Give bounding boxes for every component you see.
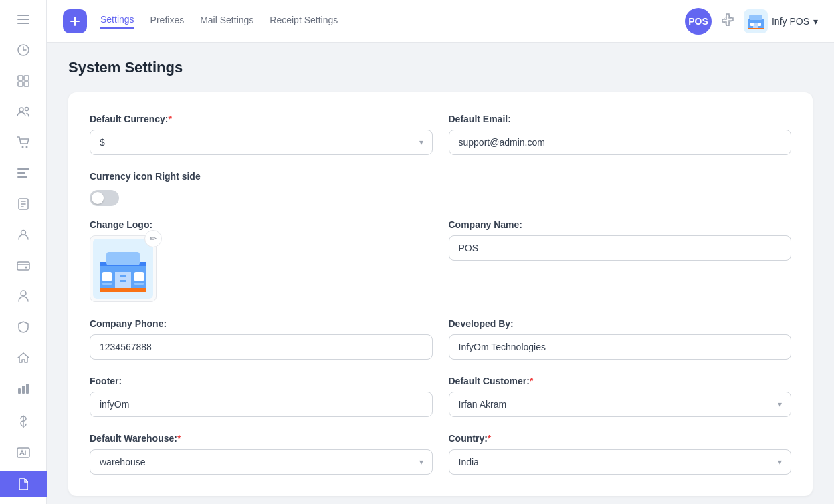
- company-name-label: Company Name:: [449, 219, 792, 230]
- email-label: Default Email:: [449, 114, 792, 124]
- warehouse-label: Default Warehouse:*: [90, 433, 433, 444]
- person-icon[interactable]: [11, 283, 36, 309]
- store-name: Infy POS: [772, 16, 809, 27]
- list-icon[interactable]: [11, 160, 36, 186]
- svg-rect-22: [26, 384, 29, 394]
- currency-select-wrapper: $ ▾: [90, 130, 433, 155]
- topbar-nav: Settings Prefixes Mail Settings Receipt …: [100, 14, 338, 29]
- warehouse-group: Default Warehouse:* warehouse ▾: [90, 433, 433, 475]
- wallet-icon[interactable]: [11, 253, 36, 278]
- settings-card: Default Currency:* $ ▾ Default Email:: [68, 92, 813, 496]
- file-active-icon[interactable]: [0, 471, 47, 497]
- svg-point-8: [19, 108, 23, 112]
- default-customer-select[interactable]: Irfan Akram: [449, 392, 792, 417]
- svg-rect-28: [749, 15, 762, 20]
- footer-label: Footer:: [90, 376, 433, 386]
- toggle-label: Currency icon Right side: [90, 171, 791, 182]
- dashboard-icon[interactable]: [11, 37, 36, 63]
- footer-group: Footer:: [90, 376, 433, 417]
- store-dropdown-icon: ▾: [813, 16, 818, 27]
- svg-rect-7: [24, 82, 29, 86]
- logo-label: Change Logo:: [90, 219, 433, 230]
- form-row-footer: Footer: Default Customer:* Irfan Akram ▾: [90, 376, 791, 417]
- svg-rect-40: [120, 280, 126, 282]
- shield-icon[interactable]: [11, 314, 36, 340]
- store-selector[interactable]: Infy POS ▾: [744, 9, 818, 33]
- add-button[interactable]: [63, 9, 87, 33]
- orders-icon[interactable]: [11, 191, 36, 217]
- svg-rect-31: [748, 28, 764, 29]
- team-icon[interactable]: [11, 222, 36, 247]
- logo-edit-button[interactable]: ✏: [144, 230, 162, 247]
- chart-bar-icon[interactable]: [11, 376, 36, 401]
- analytics-icon[interactable]: [11, 68, 36, 94]
- phone-input[interactable]: [90, 334, 433, 360]
- default-customer-group: Default Customer:* Irfan Akram ▾: [449, 376, 792, 417]
- form-row-phone: Company Phone: Developed By:: [90, 318, 791, 360]
- warehouse-select-wrapper: warehouse ▾: [90, 449, 433, 475]
- svg-point-10: [21, 146, 23, 148]
- svg-rect-2: [17, 23, 29, 24]
- svg-rect-13: [17, 172, 25, 174]
- company-name-input[interactable]: [449, 235, 792, 261]
- country-label: Country:*: [449, 433, 792, 444]
- svg-rect-39: [120, 275, 126, 277]
- email-input[interactable]: [449, 130, 792, 155]
- svg-rect-5: [24, 76, 29, 80]
- svg-rect-21: [22, 386, 25, 394]
- svg-rect-38: [134, 272, 144, 281]
- sidebar: [0, 0, 47, 504]
- currency-right-toggle[interactable]: [90, 190, 119, 206]
- phone-group: Company Phone:: [90, 318, 433, 360]
- tab-mail-settings[interactable]: Mail Settings: [200, 15, 253, 28]
- tab-receipt-settings[interactable]: Receipt Settings: [270, 15, 338, 28]
- svg-point-11: [25, 146, 27, 148]
- developed-by-group: Developed By:: [449, 318, 792, 360]
- home-icon[interactable]: [11, 345, 36, 370]
- menu-icon[interactable]: [11, 7, 36, 32]
- logo-upload[interactable]: ✏: [90, 235, 157, 302]
- svg-rect-30: [758, 23, 761, 26]
- svg-point-9: [25, 108, 28, 111]
- developed-by-input[interactable]: [449, 334, 792, 360]
- svg-rect-43: [134, 283, 144, 285]
- cart-icon[interactable]: [11, 130, 36, 155]
- default-customer-select-wrapper: Irfan Akram ▾: [449, 392, 792, 417]
- form-row-1: Default Currency:* $ ▾ Default Email:: [90, 114, 791, 155]
- svg-rect-12: [17, 168, 29, 170]
- sidebar-bottom: [0, 409, 46, 497]
- footer-input[interactable]: [90, 392, 433, 417]
- logo-group: Change Logo:: [90, 219, 433, 302]
- warehouse-select[interactable]: warehouse: [90, 449, 433, 475]
- tab-settings[interactable]: Settings: [100, 14, 134, 29]
- dollar-icon[interactable]: [11, 409, 36, 434]
- svg-rect-14: [17, 176, 27, 178]
- svg-rect-0: [17, 15, 29, 16]
- svg-rect-35: [106, 252, 140, 265]
- content-area: System Settings Default Currency:* $ ▾: [47, 43, 834, 504]
- tab-prefixes[interactable]: Prefixes: [150, 15, 185, 28]
- svg-rect-20: [18, 388, 21, 394]
- svg-rect-4: [18, 76, 23, 80]
- svg-rect-41: [100, 288, 146, 292]
- form-row-logo: Change Logo:: [90, 219, 791, 302]
- svg-rect-37: [102, 272, 112, 281]
- svg-rect-6: [18, 82, 23, 86]
- phone-label: Company Phone:: [90, 318, 433, 329]
- country-group: Country:* India ▾: [449, 433, 792, 475]
- email-group: Default Email:: [449, 114, 792, 155]
- toggle-wrapper: [90, 190, 791, 206]
- default-customer-label: Default Customer:*: [449, 376, 792, 386]
- pos-badge: POS: [685, 8, 712, 35]
- topbar: Settings Prefixes Mail Settings Receipt …: [47, 0, 834, 43]
- topbar-right: POS Infy POS ▾: [685, 8, 818, 35]
- company-name-group: Company Name:: [449, 219, 792, 302]
- puzzle-icon[interactable]: [721, 13, 734, 29]
- country-select[interactable]: India: [449, 449, 792, 475]
- currency-select[interactable]: $: [90, 130, 433, 155]
- svg-rect-1: [17, 19, 29, 20]
- logo-img-box: [90, 235, 157, 302]
- svg-point-19: [21, 291, 26, 296]
- users-icon[interactable]: [11, 99, 36, 124]
- ad-icon[interactable]: [11, 440, 36, 465]
